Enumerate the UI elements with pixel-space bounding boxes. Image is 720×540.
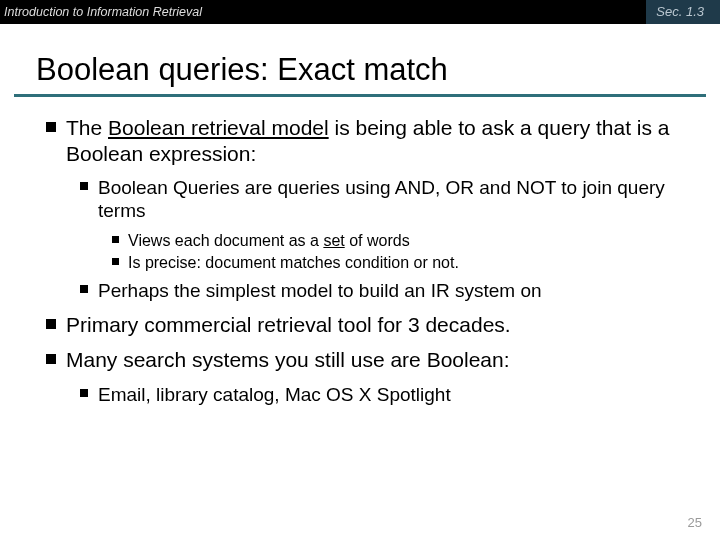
text: Many search systems you still use are Bo… <box>66 348 510 371</box>
text: Views each document as a <box>128 232 323 249</box>
text: of words <box>345 232 410 249</box>
bullet-level1: Primary commercial retrieval tool for 3 … <box>30 312 690 338</box>
underlined-term: Boolean retrieval model <box>108 116 329 139</box>
top-bar: Introduction to Information Retrieval Se… <box>0 0 720 24</box>
bullet-level3: Is precise: document matches condition o… <box>30 253 690 273</box>
page-number: 25 <box>688 515 702 530</box>
text: Primary commercial retrieval tool for 3 … <box>66 313 511 336</box>
slide-title: Boolean queries: Exact match <box>36 52 720 88</box>
text: Boolean Queries are queries using AND, O… <box>98 177 665 221</box>
section-label: Sec. 1.3 <box>646 0 720 24</box>
text: Email, library catalog, Mac OS X Spotlig… <box>98 384 451 405</box>
text: Is precise: document matches condition o… <box>128 254 459 271</box>
bullet-level2: Email, library catalog, Mac OS X Spotlig… <box>30 383 690 406</box>
text: The <box>66 116 108 139</box>
text: Perhaps the simplest model to build an I… <box>98 280 542 301</box>
bullet-level2: Perhaps the simplest model to build an I… <box>30 279 690 302</box>
underlined-term: set <box>323 232 344 249</box>
bullet-level1: The Boolean retrieval model is being abl… <box>30 115 690 166</box>
bullet-level2: Boolean Queries are queries using AND, O… <box>30 176 690 222</box>
slide-body: The Boolean retrieval model is being abl… <box>0 97 720 406</box>
course-title: Introduction to Information Retrieval <box>4 5 202 19</box>
bullet-level1: Many search systems you still use are Bo… <box>30 347 690 373</box>
bullet-level3: Views each document as a set of words <box>30 231 690 251</box>
